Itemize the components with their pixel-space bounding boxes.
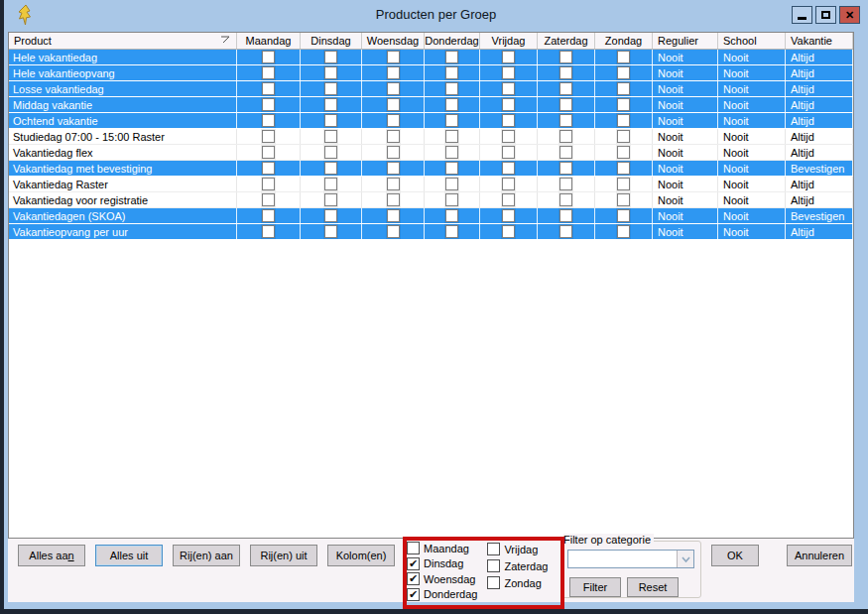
- column-header-vakantie[interactable]: Vakantie: [786, 33, 853, 49]
- grid-day-checkbox[interactable]: [617, 146, 630, 159]
- category-combobox[interactable]: [567, 550, 694, 568]
- grid-day-checkbox[interactable]: [617, 178, 630, 190]
- grid-day-checkbox[interactable]: [445, 114, 458, 127]
- grid-day-checkbox[interactable]: [617, 98, 630, 111]
- grid-day-checkbox[interactable]: [502, 193, 515, 206]
- table-row[interactable]: Vakantieopvang per uurNooitNooitAltijd: [9, 224, 853, 240]
- grid-day-checkbox[interactable]: [559, 66, 572, 79]
- column-header-zondag[interactable]: Zondag: [595, 33, 653, 49]
- grid-day-checkbox[interactable]: [387, 193, 400, 206]
- grid-day-checkbox[interactable]: [445, 178, 458, 190]
- grid-day-checkbox[interactable]: [324, 178, 337, 190]
- grid-day-checkbox[interactable]: [617, 114, 630, 127]
- grid-day-checkbox[interactable]: [617, 82, 630, 95]
- grid-day-checkbox[interactable]: [445, 130, 458, 143]
- grid-day-checkbox[interactable]: [445, 66, 458, 79]
- column-header-woensdag[interactable]: Woensdag: [362, 33, 425, 49]
- grid-day-checkbox[interactable]: [559, 98, 572, 111]
- grid-day-checkbox[interactable]: [502, 98, 515, 111]
- grid-day-checkbox[interactable]: [262, 209, 275, 222]
- grid-day-checkbox[interactable]: [445, 146, 458, 159]
- grid-day-checkbox[interactable]: [262, 66, 275, 79]
- column-header-zaterdag[interactable]: Zaterdag: [538, 33, 595, 49]
- grid-day-checkbox[interactable]: [262, 146, 275, 159]
- rijen-aan-button[interactable]: Rij(en) aan: [173, 545, 240, 566]
- table-row[interactable]: Ochtend vakantieNooitNooitAltijd: [9, 113, 853, 129]
- filter-button[interactable]: Filter: [569, 577, 621, 597]
- day-filter-item[interactable]: Zaterdag: [487, 557, 548, 574]
- grid-day-checkbox[interactable]: [502, 178, 515, 190]
- grid-day-checkbox[interactable]: [445, 209, 458, 222]
- ok-button[interactable]: OK: [711, 545, 759, 566]
- maximize-button[interactable]: [815, 6, 836, 24]
- grid-day-checkbox[interactable]: [559, 82, 572, 95]
- table-row[interactable]: Vakantiedag voor registratieNooitNooitAl…: [9, 192, 853, 208]
- grid-day-checkbox[interactable]: [387, 209, 400, 222]
- grid-day-checkbox[interactable]: [559, 209, 572, 222]
- grid-day-checkbox[interactable]: [324, 51, 337, 63]
- grid-day-checkbox[interactable]: [502, 51, 515, 63]
- column-header-vrijdag[interactable]: Vrijdag: [480, 33, 538, 49]
- close-button[interactable]: ✕: [839, 6, 860, 24]
- grid-day-checkbox[interactable]: [262, 51, 275, 63]
- grid-day-checkbox[interactable]: [559, 146, 572, 159]
- grid-day-checkbox[interactable]: [324, 162, 337, 175]
- column-header-maandag[interactable]: Maandag: [237, 33, 301, 49]
- grid-day-checkbox[interactable]: [617, 66, 630, 79]
- column-header-school[interactable]: School: [718, 33, 786, 49]
- grid-day-checkbox[interactable]: [262, 130, 275, 143]
- grid-day-checkbox[interactable]: [617, 51, 630, 63]
- grid-day-checkbox[interactable]: [324, 66, 337, 79]
- grid-day-checkbox[interactable]: [262, 193, 275, 206]
- table-row[interactable]: Vakantiedagen (SKOA)NooitNooitBevestigen: [9, 208, 853, 224]
- grid-day-checkbox[interactable]: [262, 98, 275, 111]
- table-row[interactable]: Vakantiedag RasterNooitNooitAltijd: [9, 177, 853, 192]
- grid-day-checkbox[interactable]: [324, 82, 337, 95]
- grid-day-checkbox[interactable]: [387, 98, 400, 111]
- column-header-product[interactable]: Product: [9, 33, 237, 49]
- grid-day-checkbox[interactable]: [502, 209, 515, 222]
- grid-day-checkbox[interactable]: [387, 146, 400, 159]
- table-row[interactable]: Hele vakantieopvangNooitNooitAltijd: [9, 65, 853, 81]
- grid-day-checkbox[interactable]: [387, 66, 400, 79]
- grid-day-checkbox[interactable]: [559, 178, 572, 190]
- grid-day-checkbox[interactable]: [387, 162, 400, 175]
- grid-day-checkbox[interactable]: [387, 130, 400, 143]
- grid-day-checkbox[interactable]: [559, 51, 572, 63]
- grid-day-checkbox[interactable]: [324, 225, 337, 238]
- table-row[interactable]: Hele vakantiedagNooitNooitAltijd: [9, 50, 853, 65]
- day-filter-item[interactable]: Vrijdag: [487, 541, 548, 557]
- table-row[interactable]: Vakantiedag flexNooitNooitAltijd: [9, 145, 853, 161]
- grid-day-checkbox[interactable]: [262, 225, 275, 238]
- column-header-dinsdag[interactable]: Dinsdag: [301, 33, 362, 49]
- day-filter-checkbox[interactable]: ✔: [407, 588, 420, 601]
- grid-day-checkbox[interactable]: [262, 178, 275, 190]
- grid-day-checkbox[interactable]: [445, 193, 458, 206]
- grid-day-checkbox[interactable]: [502, 162, 515, 175]
- table-row[interactable]: Losse vakantiedagNooitNooitAltijd: [9, 81, 853, 97]
- alles-aan-button[interactable]: Alles aan: [18, 545, 85, 566]
- kolommen-button[interactable]: Kolom(en): [327, 545, 395, 566]
- day-filter-item[interactable]: Zondag: [487, 574, 548, 591]
- grid-day-checkbox[interactable]: [324, 130, 337, 143]
- grid-day-checkbox[interactable]: [617, 209, 630, 222]
- grid-day-checkbox[interactable]: [617, 225, 630, 238]
- cancel-button[interactable]: Annuleren: [787, 545, 852, 566]
- day-filter-checkbox[interactable]: ✔: [407, 572, 420, 585]
- minimize-button[interactable]: [792, 6, 812, 24]
- day-filter-checkbox[interactable]: ✔: [407, 557, 420, 570]
- grid-day-checkbox[interactable]: [324, 114, 337, 127]
- alles-uit-button[interactable]: Alles uit: [95, 545, 163, 566]
- grid-day-checkbox[interactable]: [324, 209, 337, 222]
- grid-day-checkbox[interactable]: [262, 114, 275, 127]
- day-filter-item[interactable]: ✔Dinsdag: [407, 556, 477, 572]
- grid-day-checkbox[interactable]: [262, 82, 275, 95]
- grid-day-checkbox[interactable]: [387, 114, 400, 127]
- table-row[interactable]: Studiedag 07:00 - 15:00 RasterNooitNooit…: [9, 129, 853, 145]
- grid-day-checkbox[interactable]: [502, 66, 515, 79]
- grid-day-checkbox[interactable]: [617, 130, 630, 143]
- grid-day-checkbox[interactable]: [262, 162, 275, 175]
- column-header-regulier[interactable]: Regulier: [653, 33, 718, 49]
- grid-day-checkbox[interactable]: [445, 82, 458, 95]
- grid-day-checkbox[interactable]: [387, 82, 400, 95]
